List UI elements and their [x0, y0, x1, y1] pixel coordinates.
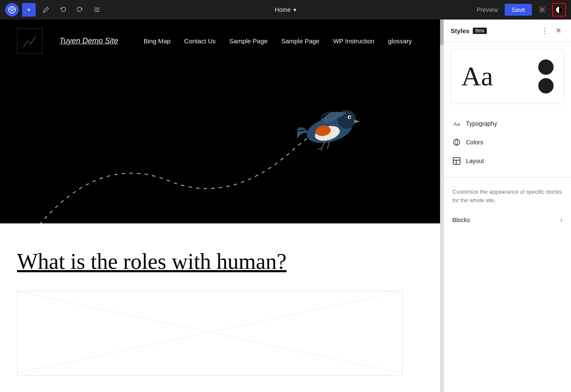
chevron-right-icon: ›	[560, 216, 562, 224]
svg-text:W: W	[10, 8, 14, 12]
panel-description: Customize the appearance of specific blo…	[444, 181, 571, 211]
edit-button[interactable]	[39, 3, 53, 17]
panel-title: Styles	[451, 27, 469, 34]
beta-badge: Beta	[473, 28, 487, 34]
colors-icon	[452, 138, 461, 147]
dot-1	[538, 59, 554, 75]
svg-line-19	[17, 291, 402, 373]
content-placeholder	[17, 291, 403, 376]
layout-label: Layout	[466, 158, 484, 164]
site-header: Tuyen Demo Site Bing Map Contact Us Samp…	[0, 20, 440, 62]
main-area: Tuyen Demo Site Bing Map Contact Us Samp…	[0, 20, 571, 392]
nav-item-wp-instruction[interactable]: WP Instruction	[333, 37, 374, 45]
panel-more-button[interactable]: ⋮	[539, 25, 551, 37]
hero-curve-svg	[0, 62, 440, 223]
svg-point-5	[541, 8, 543, 11]
content-heading: What is the roles with human?	[17, 249, 423, 274]
typography-icon: Aa	[452, 119, 461, 128]
panel-header-actions: ⋮ ✕	[539, 25, 564, 37]
typography-label: Typography	[466, 120, 497, 127]
site-logo	[17, 28, 43, 54]
undo-button[interactable]	[56, 3, 70, 17]
panel-header: Styles Beta ⋮ ✕	[444, 20, 571, 42]
svg-rect-22	[453, 158, 460, 164]
add-block-button[interactable]: +	[22, 3, 36, 17]
home-button[interactable]: Home ▾	[275, 6, 296, 13]
nav-item-glossary[interactable]: glossary	[388, 37, 412, 45]
placeholder-lines-svg	[17, 291, 402, 373]
site-title: Tuyen Demo Site	[60, 37, 118, 45]
bird-illustration	[291, 100, 368, 155]
site-preview: Tuyen Demo Site Bing Map Contact Us Samp…	[0, 20, 440, 392]
list-view-button[interactable]	[90, 3, 104, 17]
colors-item[interactable]: Colors	[444, 133, 571, 152]
layout-item[interactable]: Layout	[444, 152, 571, 170]
canvas-scroll-track[interactable]	[440, 20, 443, 392]
canvas-area[interactable]: Tuyen Demo Site Bing Map Contact Us Samp…	[0, 20, 440, 392]
style-preview-dots	[538, 59, 554, 93]
panel-close-button[interactable]: ✕	[552, 25, 564, 37]
save-button[interactable]: Save	[505, 4, 532, 16]
wp-logo[interactable]: W	[5, 3, 19, 17]
colors-label: Colors	[466, 139, 483, 146]
nav-item-sample-page-1[interactable]: Sample Page	[229, 37, 267, 45]
styles-button[interactable]	[552, 3, 566, 17]
settings-button[interactable]	[535, 3, 549, 17]
home-label: Home	[275, 6, 290, 13]
blocks-label: Blocks	[452, 217, 470, 223]
dot-2	[538, 78, 554, 93]
layout-icon	[452, 157, 461, 165]
style-preview-text: Aa	[461, 63, 493, 90]
style-preview-card: Aa	[451, 49, 564, 104]
chevron-down-icon: ▾	[293, 6, 296, 13]
typography-item[interactable]: Aa Typography	[444, 114, 571, 133]
toolbar: W + Home ▾ Preview Save	[0, 0, 571, 20]
styles-panel: Styles Beta ⋮ ✕ Aa Aa	[443, 20, 571, 392]
blocks-row[interactable]: Blocks ›	[444, 211, 571, 229]
canvas-scroll-thumb	[440, 20, 443, 45]
nav-item-bing-map[interactable]: Bing Map	[144, 37, 170, 45]
site-nav: Bing Map Contact Us Sample Page Sample P…	[144, 37, 412, 45]
svg-text:Aa: Aa	[453, 121, 460, 127]
preview-button[interactable]: Preview	[473, 4, 501, 16]
svg-point-21	[454, 139, 460, 145]
svg-point-13	[350, 116, 351, 117]
toolbar-right: Preview Save	[473, 3, 566, 17]
hero-area	[0, 62, 440, 223]
svg-point-12	[349, 116, 351, 118]
nav-item-contact-us[interactable]: Contact Us	[184, 37, 216, 45]
panel-items: Aa Typography Colors	[444, 111, 571, 174]
content-area: What is the roles with human?	[0, 223, 440, 392]
redo-button[interactable]	[73, 3, 87, 17]
panel-divider	[444, 177, 571, 178]
nav-item-sample-page-2[interactable]: Sample Page	[281, 37, 319, 45]
